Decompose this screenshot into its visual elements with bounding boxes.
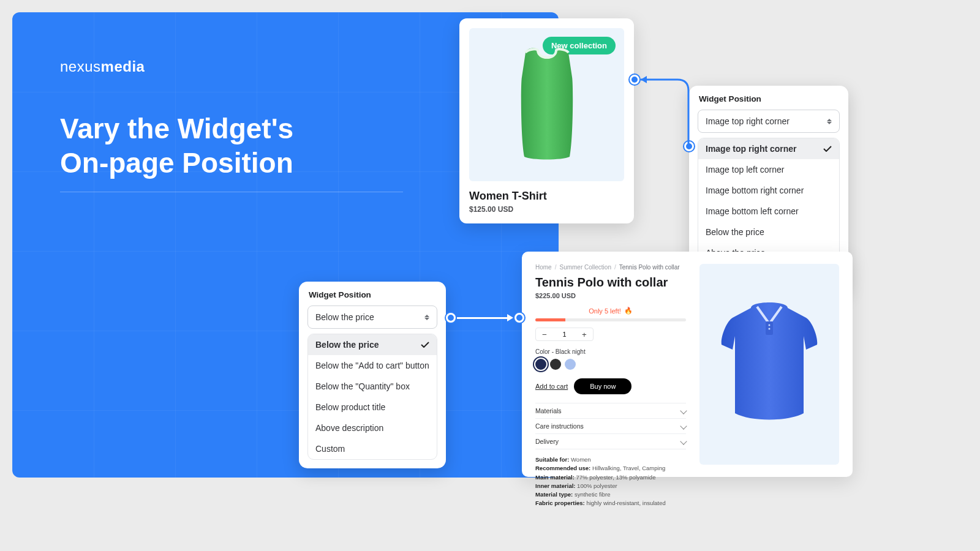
stock-text: Only 5 left!: [589, 307, 621, 315]
menu-item[interactable]: Image top left corner: [698, 159, 839, 180]
select-value: Below the price: [315, 312, 374, 322]
headline-line1: Vary the Widget's: [60, 111, 293, 146]
breadcrumb-item[interactable]: Summer Collection: [559, 264, 611, 271]
arrow-right-icon: [507, 314, 513, 321]
widget-position-select[interactable]: Image top right corner: [698, 110, 840, 133]
qty-plus-button[interactable]: +: [576, 328, 593, 340]
product-image-box: [699, 264, 839, 465]
select-stepper-icon: [827, 119, 832, 124]
meta-row: Fabric properties: highly wind-resistant…: [535, 499, 686, 508]
color-label: Color - Black night: [535, 348, 686, 355]
product-title: Tennis Polo with collar: [535, 276, 686, 290]
product-page-polo: Home/Summer Collection/Tennis Polo with …: [522, 252, 853, 477]
svg-point-1: [769, 324, 771, 326]
menu-item[interactable]: Below product title: [308, 397, 437, 418]
accordion-row[interactable]: Care instructions: [535, 419, 686, 434]
headline: Vary the Widget's On-page Position: [60, 111, 293, 180]
meta-row: Suitable for: Women: [535, 455, 686, 464]
check-icon: [421, 342, 429, 348]
quantity-stepper[interactable]: − 1 +: [535, 328, 594, 341]
menu-item[interactable]: Below the price: [308, 334, 437, 355]
qty-minus-button[interactable]: −: [536, 328, 553, 340]
accordion-label: Care instructions: [535, 422, 584, 430]
add-to-cart-link[interactable]: Add to cart: [535, 383, 568, 390]
headline-divider: [60, 192, 403, 192]
product-title: Women T-Shirt: [469, 190, 624, 203]
product-price: $225.00 USD: [535, 292, 686, 299]
widget-position-menu: Below the priceBelow the "Add to cart" b…: [307, 334, 437, 460]
meta-row: Material type: synthetic fibre: [535, 490, 686, 499]
color-swatch[interactable]: [565, 359, 576, 370]
menu-item-label: Above description: [315, 423, 383, 433]
menu-item[interactable]: Image bottom right corner: [698, 180, 839, 201]
product-meta: Suitable for: WomenRecommended use: Hill…: [535, 455, 686, 508]
menu-item-label: Below the "Add to cart" button: [315, 361, 429, 370]
menu-item[interactable]: Image bottom left corner: [698, 201, 839, 222]
accordion-label: Delivery: [535, 438, 559, 445]
stock-bar: [535, 318, 686, 321]
menu-item[interactable]: Above description: [308, 418, 437, 438]
logo-left: nexus: [60, 58, 101, 75]
meta-row: Inner material: 100% polyester: [535, 482, 686, 490]
menu-item[interactable]: Image top right corner: [698, 138, 839, 159]
color-swatch[interactable]: [550, 359, 561, 370]
product-image-box: New collection: [469, 28, 624, 181]
brand-logo: nexusmedia: [60, 58, 145, 75]
connector-line: [457, 317, 507, 319]
breadcrumb-item[interactable]: Home: [535, 264, 552, 271]
select-value: Image top right corner: [706, 116, 790, 126]
qty-value: 1: [553, 328, 576, 340]
widget-position-panel-left: Widget Position Below the price Below th…: [299, 282, 446, 468]
chevron-down-icon: [680, 407, 687, 414]
breadcrumb-item: Tennis Polo with collar: [619, 264, 680, 271]
product-price: $125.00 USD: [469, 205, 624, 214]
widget-position-select[interactable]: Below the price: [307, 305, 437, 329]
accordion-label: Materials: [535, 407, 562, 414]
accordion-group: MaterialsCare instructionsDelivery: [535, 403, 686, 449]
polo-image: [714, 297, 824, 432]
menu-item-label: Below the price: [706, 227, 764, 237]
connector-dot: [630, 75, 639, 84]
color-swatch[interactable]: [535, 359, 546, 370]
menu-item-label: Below product title: [315, 402, 385, 412]
svg-point-2: [769, 328, 771, 330]
tshirt-image: [513, 47, 581, 163]
menu-item[interactable]: Below the "Quantity" box: [308, 376, 437, 397]
connector-curve: [632, 72, 693, 149]
connector-dot: [446, 313, 456, 323]
chevron-down-icon: [680, 438, 687, 444]
breadcrumb-separator: /: [614, 264, 616, 271]
panel-label: Widget Position: [307, 290, 437, 299]
panel-label: Widget Position: [698, 94, 840, 103]
accordion-row[interactable]: Delivery: [535, 434, 686, 449]
menu-item[interactable]: Below the price: [698, 222, 839, 242]
menu-item[interactable]: Below the "Add to cart" button: [308, 355, 437, 376]
headline-line2: On-page Position: [60, 146, 293, 180]
stock-widget: Only 5 left! 🔥: [535, 307, 686, 321]
menu-item-label: Image top left corner: [706, 165, 784, 174]
meta-row: Recommended use: Hillwalking, Travel, Ca…: [535, 464, 686, 473]
color-swatches: [535, 359, 686, 370]
menu-item-label: Image bottom left corner: [706, 206, 799, 216]
menu-item-label: Below the "Quantity" box: [315, 381, 410, 391]
menu-item-label: Image bottom right corner: [706, 186, 804, 195]
product-card-tshirt: New collection Women T-Shirt $125.00 USD: [459, 18, 634, 223]
buy-now-button[interactable]: Buy now: [574, 378, 631, 394]
meta-row: Main material: 77% polyester, 13% polyam…: [535, 473, 686, 482]
connector-dot: [514, 313, 524, 323]
menu-item-label: Image top right corner: [706, 144, 797, 154]
logo-right: media: [101, 58, 145, 75]
select-stepper-icon: [424, 315, 429, 320]
menu-item-label: Below the price: [315, 340, 379, 350]
check-icon: [823, 146, 832, 152]
menu-item-label: Custom: [315, 444, 345, 454]
fire-icon: 🔥: [624, 307, 633, 315]
breadcrumb: Home/Summer Collection/Tennis Polo with …: [535, 264, 686, 271]
breadcrumb-separator: /: [555, 264, 557, 271]
menu-item[interactable]: Custom: [308, 438, 437, 459]
chevron-down-icon: [680, 422, 687, 429]
accordion-row[interactable]: Materials: [535, 403, 686, 419]
